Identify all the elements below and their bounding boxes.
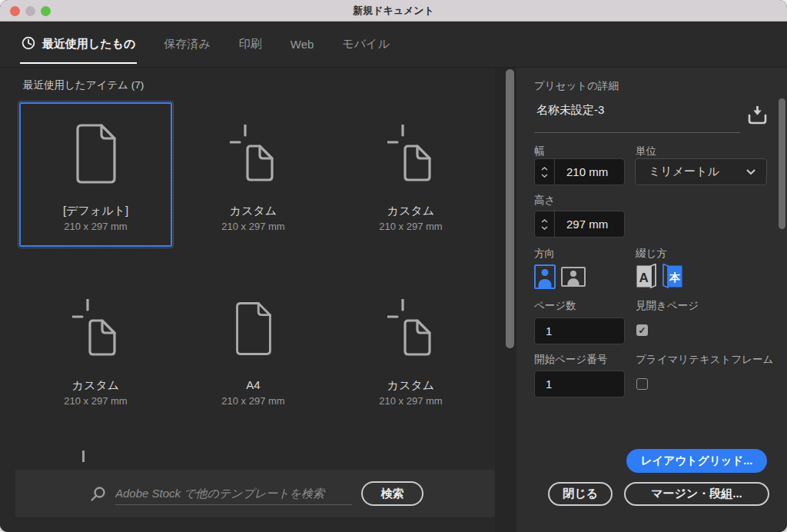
item-name: カスタム [72,378,119,392]
orientation-label: 方向 [534,247,555,261]
document-cropmarks-icon [387,104,435,204]
orientation-portrait-icon[interactable] [534,264,556,289]
recent-item-a4[interactable]: A4 210 x 297 mm [177,277,330,421]
tab-mobile[interactable]: モバイル [342,37,389,52]
recent-item-custom-2[interactable]: カスタム 210 x 297 mm [334,102,487,247]
check-icon: ✓ [638,325,646,336]
preset-details-panel: プリセットの詳細 名称未設定-3 幅 単位 210 mm ミリメートル 高さ [516,68,787,532]
chevron-down-icon [541,174,548,178]
item-size: 210 x 297 mm [221,395,284,407]
chevron-up-icon [541,219,548,223]
stock-search-bar: 検索 [15,470,495,517]
pages-input[interactable]: 1 [534,318,625,344]
item-name: カスタム [387,378,434,392]
preset-panel-scrollbar[interactable] [779,98,785,229]
item-name: [デフォルト] [63,204,128,218]
item-size: 210 x 297 mm [221,221,284,232]
tab-web[interactable]: Web [291,38,314,51]
recent-items-area: 最近使用したアイテム (7) [デフォルト] 210 x 297 mm [0,68,495,532]
save-preset-icon[interactable] [746,104,769,130]
start-page-input[interactable]: 1 [534,371,625,397]
orientation-landscape-icon[interactable] [561,267,586,287]
recent-item-custom-1[interactable]: カスタム 210 x 297 mm [177,102,330,247]
item-name: カスタム [387,204,434,218]
recent-item-default[interactable]: [デフォルト] 210 x 297 mm [19,102,172,247]
traffic-lights [10,6,51,16]
window-title: 新規ドキュメント [353,4,434,18]
layout-grid-button[interactable]: レイアウトグリッド... [626,449,767,473]
minimize-window-button [25,6,35,16]
titlebar: 新規ドキュメント [0,0,787,22]
width-input[interactable]: 210 mm [534,158,625,185]
chevron-down-icon [541,226,548,230]
binding-rtl-icon[interactable]: 本 [662,264,683,292]
pages-value: 1 [535,324,552,337]
item-size: 210 x 297 mm [379,221,442,232]
recent-list-scrollbar[interactable] [506,69,514,348]
item-name: A4 [246,378,260,392]
person-body [568,278,579,285]
document-cropmarks-icon [72,278,120,378]
person-body [539,279,552,288]
tab-recent[interactable]: 最近使用したもの [22,36,135,52]
chevron-up-icon [541,167,548,171]
item-size: 210 x 297 mm [64,395,127,407]
tab-print[interactable]: 印刷 [239,37,262,52]
search-icon [89,486,106,506]
height-label: 高さ [534,194,555,208]
binding-label: 綴じ方 [636,247,667,261]
start-page-value: 1 [535,377,552,391]
start-page-label: 開始ページ番号 [534,353,607,367]
document-plain-icon [234,278,274,378]
clock-icon [22,36,35,52]
binding-ltr-icon[interactable]: A [636,264,657,292]
width-stepper[interactable] [535,159,555,185]
preset-details-heading: プリセットの詳細 [534,79,619,93]
height-stepper[interactable] [535,211,555,237]
unit-dropdown[interactable]: ミリメートル [635,158,767,185]
tab-recent-label: 最近使用したもの [42,37,135,52]
person-head [542,269,549,276]
name-field-underline [534,132,740,133]
height-value: 297 mm [555,218,608,231]
tab-print-label: 印刷 [239,37,262,52]
svg-text:A: A [639,271,649,285]
tab-mobile-label: モバイル [342,37,389,52]
close-button[interactable]: 閉じる [548,482,613,506]
unit-value: ミリメートル [649,165,719,179]
item-name: カスタム [230,204,277,218]
close-window-button[interactable] [10,6,20,16]
zoom-window-button[interactable] [41,6,51,16]
tab-saved[interactable]: 保存済み [164,37,210,52]
facing-pages-label: 見開きページ [636,299,699,313]
svg-text:本: 本 [669,271,680,284]
tab-web-label: Web [291,38,314,51]
person-head [570,271,576,277]
stock-search-input[interactable] [115,482,352,505]
document-name-field[interactable]: 名称未設定-3 [536,103,604,118]
margins-columns-button[interactable]: マージン・段組... [624,482,769,506]
search-button[interactable]: 検索 [361,481,423,506]
height-input[interactable]: 297 mm [534,211,625,238]
pages-label: ページ数 [534,299,576,313]
recent-item-custom-3[interactable]: カスタム 210 x 297 mm [19,277,172,421]
document-cropmarks-icon [387,278,435,378]
chevron-down-icon [746,169,755,175]
item-size: 210 x 297 mm [379,395,442,407]
facing-pages-checkbox[interactable]: ✓ [636,324,648,336]
primary-text-frame-checkbox[interactable] [636,378,648,390]
new-document-dialog: 新規ドキュメント 最近使用したもの 保存済み 印刷 Web モバイル 最近使用し… [0,0,787,532]
document-plain-icon [74,104,118,204]
width-label: 幅 [534,145,545,158]
unit-label: 単位 [636,145,656,158]
panel-divider [495,68,516,532]
tab-saved-label: 保存済み [164,37,210,52]
recent-item-custom-4[interactable]: カスタム 210 x 297 mm [334,277,487,421]
document-cropmarks-icon [230,104,277,204]
width-value: 210 mm [555,165,608,178]
category-tabbar: 最近使用したもの 保存済み 印刷 Web モバイル [0,22,787,68]
item-size: 210 x 297 mm [64,221,127,232]
primary-text-frame-label: プライマリテキストフレーム [636,353,773,367]
crop-mark-tick-icon [82,451,85,462]
recent-items-heading: 最近使用したアイテム (7) [23,78,144,92]
